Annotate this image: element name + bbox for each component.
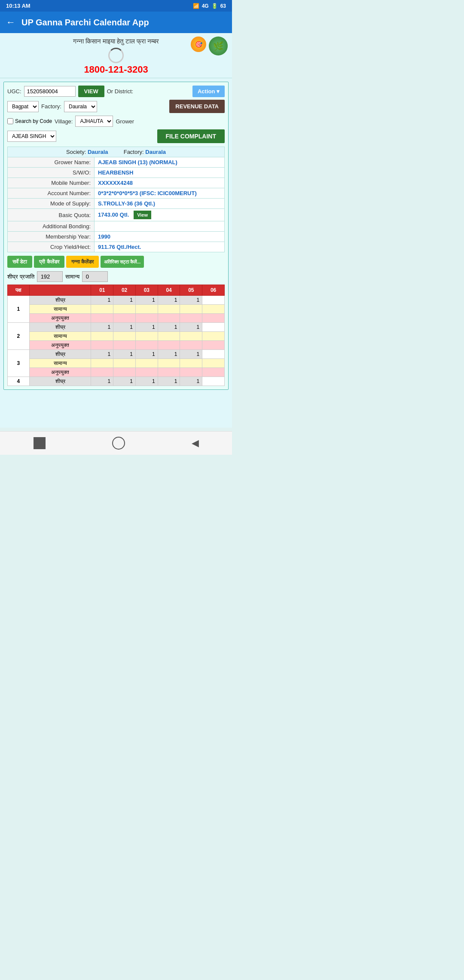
pre-button[interactable]: प्री कैलेंडर <box>34 256 64 268</box>
search-code-checkbox[interactable] <box>7 118 13 124</box>
list-item <box>202 323 225 332</box>
account-key: Account Number: <box>8 188 95 199</box>
addl-button[interactable]: अतिरिक्त सट्टा कैलें... <box>101 256 144 268</box>
col-pakh: पक्ष <box>8 285 30 296</box>
info-table: Society: Daurala Factory: Daurala Grower… <box>7 147 225 252</box>
controls-section: UGC: VIEW Or District: Action ▾ Bagpat F… <box>3 82 229 390</box>
samanya-label: सामान्य <box>65 273 79 280</box>
factory-select[interactable]: Daurala <box>64 101 97 112</box>
calendar-table: पक्ष 01 02 03 04 05 06 1शीघ्र11111सामान्… <box>7 285 225 386</box>
pakh-cell: 2 <box>8 323 30 350</box>
district-select[interactable]: Bagpat <box>7 101 39 112</box>
quota-view-button[interactable]: View <box>134 211 151 219</box>
list-item <box>202 359 225 368</box>
loader <box>108 48 124 63</box>
ugc-input[interactable] <box>24 86 76 97</box>
mode-val: S.TROLLY-36 (36 Qtl.) <box>95 199 225 209</box>
type-cell: शीघ्र <box>29 350 91 359</box>
type-cell: शीघ्र <box>29 323 91 332</box>
list-item <box>135 359 158 368</box>
list-item: 1 <box>180 323 202 332</box>
list-item <box>158 368 180 377</box>
society-label: Society: <box>66 149 88 155</box>
table-row: 1शीघ्र11111 <box>8 296 225 305</box>
district-row: Bagpat Factory: Daurala REVENUE DATA <box>7 100 225 113</box>
table-row: सामान्य <box>8 359 225 368</box>
quota-val: 1743.00 Qtl. View <box>95 209 225 221</box>
action-button[interactable]: Action ▾ <box>192 86 225 97</box>
list-item: 1 <box>91 323 113 332</box>
list-item <box>202 341 225 350</box>
ganna-button[interactable]: गन्ना कैलेंडर <box>66 256 99 268</box>
type-cell: सामान्य <box>29 359 91 368</box>
list-item: 1 <box>113 377 136 386</box>
list-item <box>180 368 202 377</box>
revenue-button[interactable]: REVENUE DATA <box>169 100 225 113</box>
list-item <box>113 341 136 350</box>
pakh-cell: 4 <box>8 377 30 386</box>
or-district-label: Or District: <box>107 88 133 95</box>
sw-row: S/W/O: HEARBENSH <box>8 168 225 178</box>
quota-row: Basic Quota: 1743.00 Qtl. View <box>8 209 225 221</box>
list-item <box>180 359 202 368</box>
leaf-icon: 🌿 <box>209 37 228 55</box>
complaint-button[interactable]: FILE COMPLAINT <box>157 129 225 143</box>
table-row: सामान्य <box>8 305 225 314</box>
phone-number: 1800-121-3203 <box>3 64 229 75</box>
back-button[interactable]: ← <box>6 17 15 28</box>
list-item: 1 <box>91 350 113 359</box>
factory-info-label: Factory: <box>124 149 146 155</box>
col-06: 06 <box>202 285 225 296</box>
view-button[interactable]: VIEW <box>78 86 104 97</box>
type-cell: शीघ्र <box>29 377 91 386</box>
account-val: 0*3*2*0*0*0*5*3 (IFSC: ICIC00MERUT) <box>95 188 225 199</box>
grower-row: AJEAB SINGH FILE COMPLAINT <box>7 129 225 143</box>
ugc-label: UGC: <box>7 88 21 95</box>
list-item: 1 <box>113 323 136 332</box>
list-item: 1 <box>135 323 158 332</box>
quota-key: Basic Quota: <box>8 209 95 221</box>
action-buttons-row: सर्वे डेटा प्री कैलेंडर गन्ना कैलेंडर अत… <box>7 256 225 268</box>
list-item <box>91 359 113 368</box>
list-item <box>180 341 202 350</box>
grower-label: Grower <box>116 118 134 125</box>
col-05: 05 <box>180 285 202 296</box>
list-item <box>158 341 180 350</box>
type-cell: सामान्य <box>29 332 91 341</box>
list-item <box>91 305 113 314</box>
battery-level: 63 <box>220 3 226 9</box>
list-item <box>91 332 113 341</box>
nav-square-button[interactable] <box>34 437 46 449</box>
calendar-body: 1शीघ्र11111सामान्यअनुपयुक्त2शीघ्र11111सा… <box>8 296 225 386</box>
surv-button[interactable]: सर्वे डेटा <box>7 256 32 268</box>
pakh-cell: 3 <box>8 350 30 377</box>
nav-circle-button[interactable] <box>112 437 125 450</box>
table-row: 3शीघ्र11111 <box>8 350 225 359</box>
list-item <box>158 305 180 314</box>
list-item: 1 <box>158 323 180 332</box>
list-item <box>91 341 113 350</box>
village-select[interactable]: AJHAUTA <box>75 116 113 127</box>
mode-row: Mode of Supply: S.TROLLY-36 (36 Qtl.) <box>8 199 225 209</box>
list-item: 1 <box>113 296 136 305</box>
quota-display-row: शीघ्र प्रजाति सामान्य <box>7 271 225 282</box>
list-item <box>113 305 136 314</box>
nav-back-button[interactable]: ◀ <box>192 438 199 449</box>
list-item: 1 <box>113 350 136 359</box>
status-bar: 10:13 AM 📶 4G 🔋 63 <box>0 0 232 12</box>
col-03: 03 <box>135 285 158 296</box>
type-cell: सामान्य <box>29 305 91 314</box>
list-item <box>135 305 158 314</box>
list-item: 1 <box>158 296 180 305</box>
list-item: 1 <box>158 377 180 386</box>
table-row: 4शीघ्र11111 <box>8 377 225 386</box>
signal-icon: 📶 <box>193 3 199 9</box>
list-item <box>180 314 202 323</box>
list-item <box>202 368 225 377</box>
col-02: 02 <box>113 285 136 296</box>
grower-name-row: Grower Name: AJEAB SINGH (13) (NORMAL) <box>8 157 225 168</box>
list-item <box>202 377 225 386</box>
grower-select[interactable]: AJEAB SINGH <box>7 131 56 142</box>
sw-val: HEARBENSH <box>95 168 225 178</box>
list-item <box>180 305 202 314</box>
